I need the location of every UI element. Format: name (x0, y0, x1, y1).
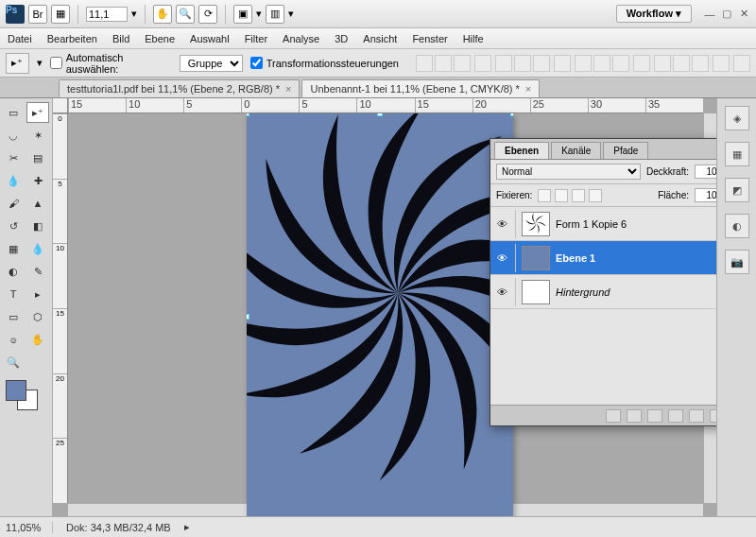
auto-align-icon[interactable] (733, 55, 750, 72)
document-canvas[interactable] (247, 113, 513, 516)
screen-mode-icon[interactable]: ▣ (233, 5, 252, 24)
visibility-icon[interactable]: 👁 (494, 252, 509, 264)
dock-panel-icon[interactable]: ▦ (725, 142, 749, 166)
status-zoom[interactable]: 11,05% (6, 522, 53, 533)
zoom-dropdown-icon[interactable]: ▾ (131, 8, 137, 20)
dropdown-icon[interactable]: ▾ (256, 8, 262, 20)
distribute-icon[interactable] (654, 55, 671, 72)
menu-ebene[interactable]: Ebene (145, 33, 175, 44)
menu-hilfe[interactable]: Hilfe (463, 33, 484, 44)
fill-input[interactable]: 100% (695, 188, 716, 202)
close-tab-icon[interactable]: × (285, 83, 291, 95)
eyedropper-tool-icon[interactable]: 💧 (2, 170, 25, 191)
layer-thumbnail[interactable] (522, 212, 550, 236)
dock-panel-icon[interactable]: ◩ (725, 178, 749, 202)
crop-tool-icon[interactable]: ✂ (2, 147, 25, 168)
visibility-icon[interactable]: 👁 (494, 286, 509, 298)
layer-mask-icon[interactable] (647, 409, 662, 423)
3d-camera-icon[interactable]: ⌾ (2, 329, 25, 350)
layers-panel[interactable]: Ebenen Kanäle Pfade ▤ Normal Deckkraft: … (490, 138, 716, 426)
status-doc-size[interactable]: Dok: 34,3 MB/32,4 MB (66, 522, 171, 533)
dock-panel-icon[interactable]: ◐ (725, 214, 749, 238)
lock-all-icon[interactable] (589, 189, 602, 202)
layer-group-icon[interactable] (689, 409, 704, 423)
rotate-view-icon[interactable]: ⟳ (198, 5, 217, 24)
move-tool-icon[interactable]: ▸⁺ (26, 102, 49, 123)
dock-panel-icon[interactable]: 📷 (725, 250, 749, 274)
hand-tool-icon[interactable]: ✋ (26, 329, 49, 350)
miniB-icon[interactable]: ▦ (51, 5, 70, 24)
new-layer-icon[interactable] (710, 409, 716, 423)
close-icon[interactable]: ✕ (737, 8, 750, 21)
dodge-tool-icon[interactable]: ◐ (2, 261, 25, 282)
minimize-icon[interactable]: — (703, 8, 716, 21)
canvas-area[interactable]: 1510505101520253035 0510152025 (53, 98, 716, 516)
lasso-tool-icon[interactable]: ◡ (2, 125, 25, 146)
document-tab[interactable]: Unbenannt-1 bei 11,1% (Ebene 1, CMYK/8) … (301, 79, 540, 97)
transform-controls-checkbox[interactable]: Transformationssteuerungen (250, 57, 399, 69)
3d-tool-icon[interactable]: ⬡ (26, 306, 49, 327)
close-tab-icon[interactable]: × (525, 83, 531, 95)
color-swatches[interactable] (2, 380, 50, 412)
transform-controls-input[interactable] (250, 57, 263, 69)
distribute-icon[interactable] (692, 55, 709, 72)
auto-select-mode[interactable]: Gruppe (180, 55, 243, 72)
document-tab[interactable]: testtutoria1l.pdf bei 11,1% (Ebene 2, RG… (59, 79, 300, 97)
distribute-icon[interactable] (673, 55, 690, 72)
healing-tool-icon[interactable]: ✚ (26, 170, 49, 191)
zoom-icon[interactable]: 🔍 (176, 5, 195, 24)
menu-analyse[interactable]: Analyse (283, 33, 319, 44)
tab-ebenen[interactable]: Ebenen (494, 142, 549, 159)
menu-auswahl[interactable]: Auswahl (190, 33, 230, 44)
history-brush-icon[interactable]: ↺ (2, 216, 25, 236)
menu-filter[interactable]: Filter (245, 33, 267, 44)
hand-icon[interactable]: ✋ (153, 5, 172, 24)
layer-row[interactable]: 👁 Ebene 1 (490, 241, 716, 275)
layer-name[interactable]: Hintergrund (556, 286, 716, 298)
zoom-tool-icon[interactable]: 🔍 (2, 352, 25, 372)
ruler-origin[interactable] (53, 98, 68, 113)
align-icon[interactable] (533, 55, 550, 72)
lock-transparency-icon[interactable] (538, 189, 551, 202)
blend-mode-select[interactable]: Normal (496, 164, 641, 180)
foreground-color-swatch[interactable] (6, 380, 26, 401)
opacity-input[interactable]: 100% (695, 165, 716, 179)
auto-select-checkbox[interactable]: Automatisch auswählen: (50, 52, 172, 75)
menu-datei[interactable]: Datei (8, 33, 32, 44)
visibility-icon[interactable]: 👁 (494, 218, 509, 230)
wand-tool-icon[interactable]: ✶ (26, 125, 49, 146)
distribute-icon[interactable] (593, 55, 610, 72)
transform-bounding-box[interactable] (247, 113, 513, 516)
lock-pixels-icon[interactable] (555, 189, 568, 202)
distribute-icon[interactable] (612, 55, 629, 72)
tab-pfade[interactable]: Pfade (603, 142, 648, 159)
move-tool-icon[interactable]: ▸⁺ (6, 53, 29, 74)
layer-thumbnail[interactable] (522, 246, 550, 270)
brush-tool-icon[interactable]: 🖌 (2, 193, 25, 214)
menu-ansicht[interactable]: Ansicht (363, 33, 397, 44)
pen-tool-icon[interactable]: ✎ (26, 261, 49, 282)
eraser-tool-icon[interactable]: ◧ (26, 216, 49, 236)
workspace-switcher[interactable]: Workflow ▾ (616, 5, 692, 23)
tab-kanale[interactable]: Kanäle (551, 142, 601, 159)
align-icon[interactable] (454, 55, 471, 72)
path-select-icon[interactable]: ▸ (26, 284, 49, 304)
align-icon[interactable] (416, 55, 433, 72)
ruler-vertical[interactable]: 0510152025 (53, 113, 68, 503)
align-icon[interactable] (514, 55, 531, 72)
gradient-tool-icon[interactable]: ▦ (2, 238, 25, 259)
layer-row[interactable]: 👁 Form 1 Kopie 6 (490, 207, 716, 241)
distribute-icon[interactable] (575, 55, 592, 72)
dropdown-icon[interactable]: ▸ (184, 521, 190, 533)
dropdown-icon[interactable]: ▾ (37, 57, 43, 69)
link-layers-icon[interactable] (606, 409, 621, 423)
layer-name[interactable]: Ebene 1 (556, 252, 716, 264)
align-icon[interactable] (495, 55, 512, 72)
stamp-tool-icon[interactable]: ▲ (26, 193, 49, 214)
layer-row[interactable]: 👁 Hintergrund 🔒 (490, 275, 716, 309)
auto-select-input[interactable] (50, 57, 62, 69)
dropdown-icon[interactable]: ▾ (288, 8, 294, 20)
bridge-icon[interactable]: Br (28, 5, 47, 24)
blur-tool-icon[interactable]: 💧 (26, 238, 49, 259)
adjustment-layer-icon[interactable] (668, 409, 683, 423)
